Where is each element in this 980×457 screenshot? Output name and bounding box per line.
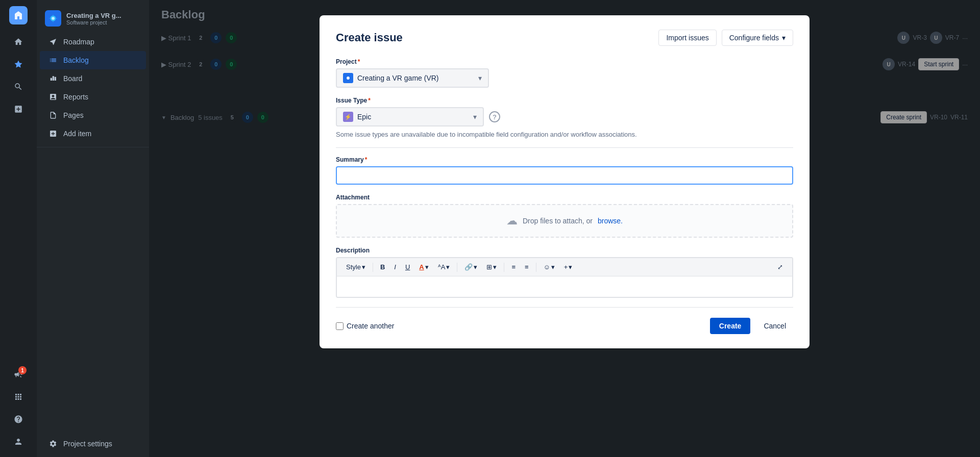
emoji-button[interactable]: ☺ ▾ [540, 261, 559, 273]
board-label: Board [63, 74, 82, 83]
text-color-dropdown-icon: ▾ [425, 263, 429, 271]
table-button[interactable]: ⊞ ▾ [482, 261, 501, 273]
add-item-icon [48, 129, 58, 139]
project-field-section: Project * Creating a VR game (VR) ▾ [336, 58, 793, 88]
font-size-dropdown-icon: ▾ [446, 263, 450, 271]
summary-section: Summary * [336, 156, 793, 185]
nav-item-pages[interactable]: Pages [40, 106, 146, 124]
nav-item-add-item[interactable]: Add item [40, 124, 146, 143]
app-logo[interactable] [9, 6, 28, 24]
issue-type-row: ⚡ Epic ▾ ? [336, 107, 793, 126]
emoji-icon: ☺ [544, 263, 550, 271]
editor-toolbar: Style ▾ B I U A ▾ ᴬA ▾ [337, 258, 792, 276]
issue-type-select[interactable]: ⚡ Epic ▾ [336, 107, 484, 126]
attachment-text: Drop files to attach, or [523, 217, 593, 225]
project-header[interactable]: Creating a VR g... Software project [37, 4, 149, 33]
sidebar: 1 [0, 0, 37, 457]
ordered-list-button[interactable]: ≡ [521, 261, 533, 273]
upload-icon: ☁ [506, 214, 518, 227]
main-area: Backlog ▶ Sprint 1 2 0 0 U VR-3 U VR-7 ·… [149, 0, 980, 457]
attachment-dropzone[interactable]: ☁ Drop files to attach, or browse. [336, 204, 793, 238]
summary-label: Summary * [336, 156, 793, 163]
style-dropdown-icon: ▾ [362, 263, 365, 271]
backlog-label: Backlog [63, 56, 89, 64]
sidebar-item-home[interactable] [9, 33, 28, 51]
summary-required-star: * [365, 156, 368, 163]
attachment-label: Attachment [336, 194, 793, 201]
expand-button[interactable]: ⤢ [773, 261, 787, 273]
project-select-arrow-icon: ▾ [478, 74, 482, 82]
table-dropdown-icon: ▾ [493, 263, 497, 271]
link-icon: 🔗 [464, 263, 473, 271]
configure-fields-chevron-icon: ▾ [782, 34, 786, 42]
create-another-checkbox[interactable] [336, 322, 344, 330]
attachment-browse-link[interactable]: browse. [598, 217, 623, 225]
issue-type-warning: Some issue types are unavailable due to … [336, 131, 793, 138]
font-size-button[interactable]: ᴬA ▾ [434, 261, 454, 273]
nav-item-project-settings[interactable]: Project settings [40, 435, 146, 453]
underline-button[interactable]: U [401, 261, 414, 273]
issue-type-label: Issue Type * [336, 97, 793, 104]
svg-point-3 [347, 77, 350, 80]
sidebar-item-megaphone[interactable]: 1 [9, 365, 28, 384]
project-icon [45, 10, 61, 27]
configure-fields-button[interactable]: Configure fields ▾ [722, 30, 793, 46]
nav-item-backlog[interactable]: Backlog [40, 51, 146, 69]
sidebar-item-apps[interactable] [9, 388, 28, 406]
nav-item-roadmap[interactable]: Roadmap [40, 33, 146, 51]
sidebar-item-create[interactable] [9, 100, 28, 118]
project-type: Software project [66, 19, 121, 26]
style-button[interactable]: Style ▾ [342, 261, 370, 273]
sidebar-item-search[interactable] [9, 78, 28, 96]
cancel-button[interactable]: Cancel [756, 318, 793, 334]
pages-label: Pages [63, 111, 84, 119]
dialog-footer: Create another Create Cancel [336, 307, 793, 334]
issue-type-section: Issue Type * ⚡ Epic ▾ ? Some issue types… [336, 97, 793, 138]
more-options-button[interactable]: + ▾ [560, 261, 577, 273]
sidebar-item-profile[interactable] [9, 433, 28, 451]
sidebar-item-help[interactable] [9, 410, 28, 428]
project-settings-icon [48, 439, 58, 449]
nav-item-reports[interactable]: Reports [40, 88, 146, 106]
reports-icon [48, 92, 58, 102]
bold-button[interactable]: B [376, 261, 389, 273]
description-body[interactable] [337, 276, 792, 297]
summary-input[interactable] [336, 166, 793, 185]
bullet-list-button[interactable]: ≡ [507, 261, 520, 273]
more-options-icon: + [564, 263, 568, 271]
project-select[interactable]: Creating a VR game (VR) ▾ [336, 68, 489, 88]
help-icon[interactable]: ? [489, 111, 500, 122]
project-select-value: Creating a VR game (VR) [357, 74, 439, 82]
dialog-title: Create issue [336, 31, 403, 44]
issue-type-arrow-icon: ▾ [473, 113, 477, 121]
description-editor: Style ▾ B I U A ▾ ᴬA ▾ [336, 257, 793, 298]
issue-type-required-star: * [368, 97, 371, 104]
nav-item-board[interactable]: Board [40, 69, 146, 88]
create-button[interactable]: Create [710, 318, 751, 334]
reports-label: Reports [63, 93, 88, 101]
board-icon [48, 73, 58, 84]
link-button[interactable]: 🔗 ▾ [460, 261, 481, 273]
project-required-star: * [358, 58, 360, 65]
create-another-checkbox-label[interactable]: Create another [336, 322, 394, 330]
italic-button[interactable]: I [390, 261, 400, 273]
more-options-dropdown-icon: ▾ [569, 263, 572, 271]
bullet-list-icon: ≡ [511, 263, 516, 271]
sidebar-item-starred[interactable] [9, 55, 28, 73]
roadmap-label: Roadmap [63, 38, 94, 46]
import-issues-button[interactable]: Import issues [658, 30, 716, 46]
feedback-badge: 1 [18, 366, 27, 374]
text-color-button[interactable]: A ▾ [415, 261, 432, 273]
project-select-icon [343, 73, 353, 83]
create-another-label: Create another [347, 322, 394, 330]
backlog-icon [48, 55, 58, 65]
create-issue-dialog: Create issue Import issues Configure fie… [320, 15, 810, 348]
nav-panel: Creating a VR g... Software project Road… [37, 0, 149, 457]
pages-icon [48, 110, 58, 120]
toolbar-sep-3 [504, 263, 504, 272]
project-settings-label: Project settings [63, 440, 112, 448]
add-item-label: Add item [63, 130, 91, 138]
roadmap-icon [48, 37, 58, 47]
ordered-list-icon: ≡ [525, 263, 529, 271]
toolbar-sep-1 [373, 263, 373, 272]
